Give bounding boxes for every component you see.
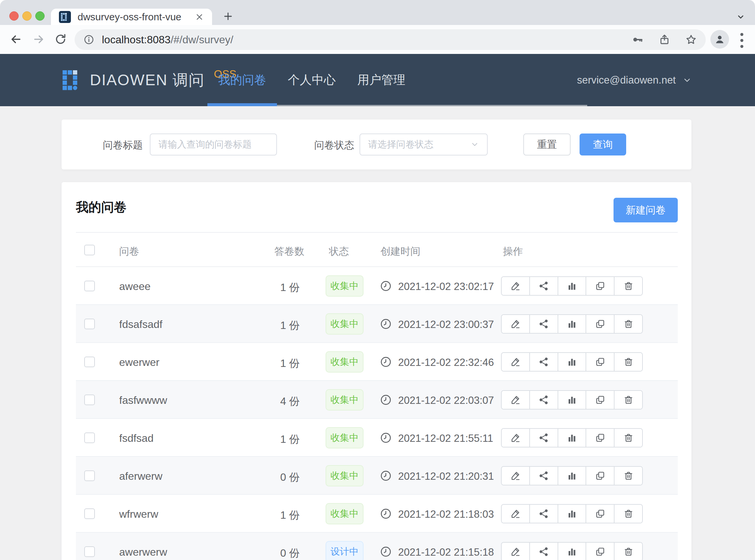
clock-icon bbox=[380, 318, 392, 330]
delete-action-button[interactable] bbox=[614, 543, 642, 560]
forward-icon[interactable] bbox=[32, 33, 45, 46]
created-time: 2021-12-02 23:00:37 bbox=[398, 319, 494, 331]
table-row: wfrwerw 1 份 收集中 2021-12-02 21:18:03 bbox=[76, 495, 678, 533]
star-icon[interactable] bbox=[685, 34, 697, 46]
stats-action-button[interactable] bbox=[558, 391, 587, 409]
edit-icon bbox=[510, 357, 521, 367]
copy-action-button[interactable] bbox=[586, 315, 614, 333]
nav-item-my-surveys[interactable]: 我的问卷 bbox=[207, 54, 277, 106]
share-action-button[interactable] bbox=[530, 353, 558, 371]
share-action-button[interactable] bbox=[530, 277, 558, 295]
stats-action-button[interactable] bbox=[558, 467, 587, 485]
row-checkbox[interactable] bbox=[84, 357, 95, 367]
edit-action-button[interactable] bbox=[502, 391, 530, 409]
delete-action-button[interactable] bbox=[614, 391, 642, 409]
reset-button[interactable]: 重置 bbox=[523, 134, 571, 156]
survey-name: awerwerw bbox=[119, 546, 167, 558]
edit-icon bbox=[510, 281, 521, 291]
row-checkbox[interactable] bbox=[84, 433, 95, 443]
select-all-checkbox[interactable] bbox=[84, 245, 95, 255]
row-checkbox[interactable] bbox=[84, 546, 95, 557]
copy-action-button[interactable] bbox=[586, 277, 614, 295]
row-actions bbox=[501, 390, 643, 409]
share-action-button[interactable] bbox=[530, 429, 558, 447]
header-count: 答卷数 bbox=[274, 245, 304, 258]
info-icon[interactable] bbox=[83, 34, 95, 45]
clock-icon bbox=[380, 507, 392, 520]
stats-action-button[interactable] bbox=[558, 505, 587, 523]
copy-icon bbox=[595, 395, 606, 405]
tabs-chevron-icon[interactable] bbox=[736, 13, 745, 21]
delete-action-button[interactable] bbox=[614, 429, 642, 447]
reload-icon[interactable] bbox=[54, 33, 67, 46]
row-checkbox[interactable] bbox=[84, 508, 95, 519]
edit-action-button[interactable] bbox=[502, 505, 530, 523]
edit-action-button[interactable] bbox=[502, 315, 530, 333]
survey-title-input[interactable] bbox=[150, 134, 277, 156]
delete-action-button[interactable] bbox=[614, 467, 642, 485]
stats-action-button[interactable] bbox=[558, 429, 587, 447]
copy-action-button[interactable] bbox=[586, 391, 614, 409]
edit-action-button[interactable] bbox=[502, 467, 530, 485]
survey-name: aweee bbox=[119, 280, 150, 293]
browser-tab[interactable]: dwsurvey-oss-front-vue bbox=[51, 9, 212, 25]
edit-action-button[interactable] bbox=[502, 353, 530, 371]
share-action-button[interactable] bbox=[530, 543, 558, 560]
address-bar[interactable]: localhost:8083/#/dw/survey/ bbox=[75, 29, 706, 50]
copy-action-button[interactable] bbox=[586, 543, 614, 560]
nav-item-personal-center[interactable]: 个人中心 bbox=[277, 54, 347, 106]
share-action-button[interactable] bbox=[530, 315, 558, 333]
row-checkbox[interactable] bbox=[84, 319, 95, 329]
stats-icon bbox=[567, 281, 577, 291]
table-row: fsdfsad 1 份 收集中 2021-12-02 21:55:11 bbox=[76, 419, 678, 457]
search-button[interactable]: 查询 bbox=[579, 134, 626, 156]
row-checkbox[interactable] bbox=[84, 281, 95, 291]
create-survey-button[interactable]: 新建问卷 bbox=[613, 198, 678, 222]
row-checkbox[interactable] bbox=[84, 471, 95, 481]
survey-name: fasfwwww bbox=[119, 394, 167, 406]
copy-action-button[interactable] bbox=[586, 353, 614, 371]
back-icon[interactable] bbox=[9, 33, 23, 46]
close-window-button[interactable] bbox=[9, 11, 19, 21]
survey-status-select[interactable]: 请选择问卷状态 bbox=[360, 134, 488, 156]
stats-action-button[interactable] bbox=[558, 543, 587, 560]
delete-action-button[interactable] bbox=[614, 315, 642, 333]
delete-action-button[interactable] bbox=[614, 505, 642, 523]
profile-icon[interactable] bbox=[710, 30, 729, 48]
header-created: 创建时间 bbox=[381, 245, 421, 258]
table-header: 问卷 答卷数 状态 创建时间 操作 bbox=[76, 232, 678, 267]
menu-dots-icon[interactable] bbox=[740, 33, 744, 51]
zoom-window-button[interactable] bbox=[35, 11, 45, 21]
share-icon[interactable] bbox=[658, 34, 670, 46]
edit-action-button[interactable] bbox=[502, 277, 530, 295]
stats-action-button[interactable] bbox=[558, 353, 587, 371]
copy-icon bbox=[595, 433, 606, 443]
stats-icon bbox=[567, 395, 577, 405]
status-badge: 收集中 bbox=[326, 275, 364, 297]
minimize-window-button[interactable] bbox=[22, 11, 32, 21]
copy-action-button[interactable] bbox=[586, 429, 614, 447]
stats-icon bbox=[567, 546, 577, 557]
delete-action-button[interactable] bbox=[614, 277, 642, 295]
close-tab-icon[interactable] bbox=[195, 12, 204, 22]
key-icon[interactable] bbox=[632, 34, 644, 46]
survey-name: wfrwerw bbox=[119, 508, 158, 520]
edit-icon bbox=[510, 395, 521, 405]
stats-action-button[interactable] bbox=[558, 315, 587, 333]
new-tab-icon[interactable] bbox=[222, 11, 234, 22]
app-navbar: DIAOWEN 调问 OSS 我的问卷 个人中心 用户管理 service@di… bbox=[0, 54, 755, 106]
row-checkbox[interactable] bbox=[84, 395, 95, 405]
copy-action-button[interactable] bbox=[586, 505, 614, 523]
share-action-button[interactable] bbox=[530, 391, 558, 409]
row-actions bbox=[501, 542, 643, 560]
edit-action-button[interactable] bbox=[502, 429, 530, 447]
delete-action-button[interactable] bbox=[614, 353, 642, 371]
copy-action-button[interactable] bbox=[586, 467, 614, 485]
nav-item-user-management[interactable]: 用户管理 bbox=[347, 54, 416, 106]
share-action-button[interactable] bbox=[530, 467, 558, 485]
account-dropdown[interactable]: service@diaowen.net bbox=[577, 54, 692, 106]
edit-action-button[interactable] bbox=[502, 543, 530, 560]
chevron-down-icon bbox=[682, 76, 692, 85]
share-action-button[interactable] bbox=[530, 505, 558, 523]
stats-action-button[interactable] bbox=[558, 277, 587, 295]
